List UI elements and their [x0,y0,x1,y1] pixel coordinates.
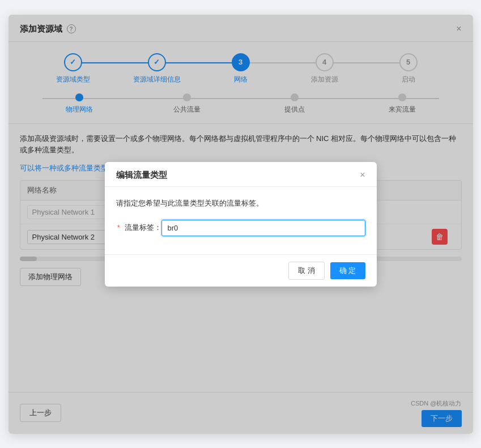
traffic-label-input[interactable] [161,220,365,236]
modal-overlay: 编辑流量类型 × 请指定您希望与此流量类型关联的流量标签。 * 流量标签： 取 … [8,15,473,434]
form-label: * 流量标签： [116,223,161,233]
confirm-button[interactable]: 确 定 [330,262,365,279]
main-modal: 添加资源域 ? × ✓ 资源域类型 ✓ 资源域详细信息 3 网络 4 添加资源 … [8,15,473,434]
inner-dialog-footer: 取 消 确 定 [105,254,377,287]
form-label-text: 流量标签： [125,223,161,232]
inner-dialog-body: 请指定您希望与此流量类型关联的流量标签。 * 流量标签： [105,187,377,254]
required-star: * [117,223,120,232]
inner-dialog-close-icon[interactable]: × [360,170,365,180]
inner-dialog-title: 编辑流量类型 [116,170,167,181]
inner-dialog: 编辑流量类型 × 请指定您希望与此流量类型关联的流量标签。 * 流量标签： 取 … [105,162,377,287]
form-row: * 流量标签： [116,220,365,236]
inner-dialog-desc: 请指定您希望与此流量类型关联的流量标签。 [116,198,365,208]
inner-dialog-header: 编辑流量类型 × [105,162,377,187]
cancel-button[interactable]: 取 消 [288,262,325,280]
